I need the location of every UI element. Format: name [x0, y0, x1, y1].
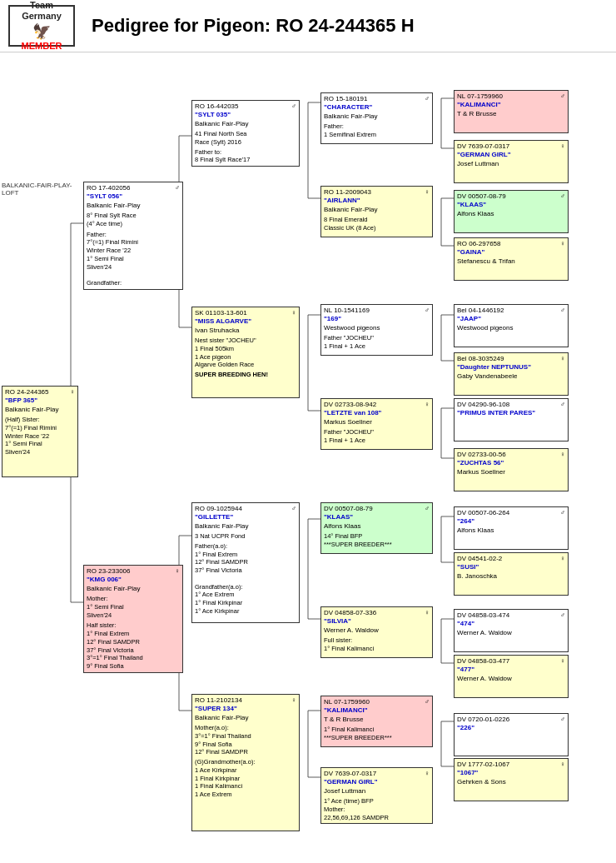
card-mfmf-loft: Werner A. Waldow — [457, 629, 565, 637]
card-fmfm-loft: Gaby Vandenabeele — [457, 372, 565, 381]
logo-line1: Team Germany — [10, 0, 73, 22]
card-mfmf-id: DV 04858-03-474 — [457, 611, 509, 620]
card-ffm-name: "AIRLANN" — [324, 197, 430, 205]
card-ffmm-id: RO 06-297658 — [457, 240, 500, 248]
card-fmmm-id: DV 02733-00-56 — [457, 451, 506, 459]
card-mfm-id: DV 04858-07-336 — [324, 609, 376, 617]
card-fmm-loft: Markus Soellner — [324, 418, 430, 427]
card-ff-id: RO 16-442035 — [195, 102, 238, 111]
card-mmff-id: DV 0720-01-0226 — [457, 716, 509, 724]
card-ffff-name: "KALIMANCI" — [457, 101, 565, 109]
card-fffm-name: "GERMAN GIRL" — [457, 151, 565, 159]
card-ffm-info: 8 Final Emerald Classic UK (8 Ace) — [324, 216, 430, 232]
card-mfm-info: Full sister: 1° Final Kalimanci — [324, 636, 430, 653]
card-mfff-loft: Alfons Klaas — [457, 526, 565, 535]
card-fm-id: SK 01103-13-601 — [195, 309, 247, 317]
card-mother-extra: Half sister: 1° Final Extrem 12° Final S… — [87, 621, 180, 671]
card-mffm-name: "SUSI" — [457, 563, 565, 571]
card-ffff-id: NL 07-1759960 — [457, 92, 503, 101]
card-ff-extra: Father to: 8 Final Sylt Race'17 — [195, 148, 296, 165]
card-fmm: DV 02733-08-942 ♀ "LETZTE van 108" Marku… — [320, 398, 433, 450]
card-fmff-name: "JAAP" — [457, 315, 565, 323]
card-mfff-id: DV 00507-06-264 — [457, 509, 509, 517]
card-mmm-name: "GERMAN GIRL" — [324, 778, 430, 786]
card-mfmm-loft: Werner A. Waldow — [457, 675, 565, 683]
card-fmff: Bel 04-1446192 ♂ "JAAP" Westwood pigeons — [454, 304, 569, 347]
header: Team Germany 🦅 MEMBER Pedigree for Pigeo… — [0, 0, 616, 52]
card-mother-loft: Balkanic Fair-Play — [87, 585, 180, 593]
card-mother-id: RO 23-233006 — [87, 567, 130, 576]
card-main-info: (Half) Sister: 7°(=1) Final Rimini Winte… — [5, 416, 75, 456]
card-ffff-loft: T & R Brusse — [457, 110, 565, 118]
card-mother-info: Mother: 1° Semi Final Sliven'24 — [87, 595, 180, 619]
card-ff: RO 16-442035 ♂ "SYLT 035" Balkanic Fair-… — [191, 100, 300, 167]
card-mf: RO 09-1025944 ♂ "GILLETTE" Balkanic Fair… — [191, 502, 300, 623]
card-fffm-id: DV 7639-07-0317 — [457, 142, 509, 151]
card-mfmf: DV 04858-03-474 ♂ "474" Werner A. Waldow — [454, 609, 569, 652]
card-mother: RO 23-233006 ♀ "KMG 006" Balkanic Fair-P… — [83, 565, 183, 673]
card-mmfm-id: DV 1777-02-1067 — [457, 761, 509, 769]
card-father-extra: Father: 7°(=1) Final Rimini Winter Race … — [87, 231, 180, 287]
card-mf-id: RO 09-1025944 — [195, 505, 242, 513]
card-mmf-id: NL 07-1759960 — [324, 698, 370, 706]
card-mmfm-loft: Gehrken & Sons — [457, 778, 565, 786]
card-mmm-id: DV 7639-07-0317 — [324, 770, 376, 778]
card-mmff: DV 0720-01-0226 ♂ "226" — [454, 713, 569, 756]
card-fm-name: "MISS ALGARVE" — [195, 317, 296, 326]
card-fmmf-id: DV 04290-96-108 — [457, 401, 509, 409]
card-mfmm: DV 04858-03-477 ♀ "477" Werner A. Waldow — [454, 655, 569, 698]
card-mm-info: Mother(a.o): 3°=1° Final Thailand 9° Fin… — [195, 724, 296, 756]
card-fmfm-id: Bel 08-3035249 — [457, 355, 504, 363]
card-mmf-info: 1° Final Kalimanci ***SUPER BREEDER*** — [324, 726, 430, 742]
card-fmff-loft: Westwood pigeons — [457, 324, 565, 332]
card-mm-name: "SUPER 134" — [195, 705, 296, 713]
card-mff-loft: Alfons Klaas — [324, 522, 430, 531]
card-ffmm-loft: Stefanescu & Trifan — [457, 257, 565, 266]
card-ffmf-id: DV 00507-08-79 — [457, 192, 506, 201]
pedigree-area: BALKANIC-FAIR-PLAY-LOFT RO 24-244365 ♀ "… — [0, 52, 616, 863]
card-fff-loft: Balkanic Fair-Play — [324, 112, 430, 121]
card-mff-id: DV 00507-08-79 — [324, 505, 373, 513]
card-mfmf-name: "474" — [457, 620, 565, 628]
card-mother-name: "KMG 006" — [87, 576, 180, 584]
card-father: RO 17-402056 ♂ "SYLT 056" Balkanic Fair-… — [83, 182, 183, 290]
card-fm-info: Nest sister "JOCHEU" 1 Final 505km 1 Ace… — [195, 337, 296, 369]
card-fmf-name: "169" — [324, 315, 430, 323]
card-main: RO 24-244365 ♀ "BFP 365" Balkanic Fair-P… — [2, 386, 78, 477]
card-ffmf: DV 00507-08-79 ♂ "KLAAS" Alfons Klaas — [454, 190, 569, 233]
card-mmfm-name: "1067" — [457, 769, 565, 777]
card-fmff-id: Bel 04-1446192 — [457, 307, 504, 315]
team-germany-logo: Team Germany 🦅 MEMBER — [8, 5, 75, 47]
card-fmmm: DV 02733-00-56 ♀ "ZUCHTAS 56" Markus Soe… — [454, 448, 569, 491]
card-mm-id: RO 11-2102134 — [195, 696, 242, 705]
logo-member: MEMBER — [22, 41, 62, 52]
card-main-name: "BFP 365" — [5, 397, 75, 405]
card-mffm: DV 04541-02-2 ♀ "SUSI" B. Janoschka — [454, 552, 569, 596]
card-mmm-loft: Josef Luttman — [324, 787, 430, 796]
card-mffm-id: DV 04541-02-2 — [457, 555, 502, 563]
card-ffm-loft: Balkanic Fair-Play — [324, 206, 430, 214]
card-ffmf-loft: Alfons Klaas — [457, 210, 565, 218]
card-fmmm-loft: Markus Soellner — [457, 468, 565, 476]
card-main-loft: Balkanic Fair-Play — [5, 406, 75, 414]
card-fmf-info: Father "JOCHEU" 1 Final + 1 Ace — [324, 334, 430, 351]
card-mffm-loft: B. Janoschka — [457, 572, 565, 581]
card-fffm-loft: Josef Luttman — [457, 160, 565, 168]
card-mf-loft: Balkanic Fair-Play — [195, 522, 296, 531]
card-mfm-name: "SILVIA" — [324, 617, 430, 626]
card-ffmf-name: "KLAAS" — [457, 201, 565, 209]
card-fff-name: "CHARACTER" — [324, 103, 430, 112]
card-ff-name: "SYLT 035" — [195, 111, 296, 119]
card-ffm-id: RO 11-2009043 — [324, 188, 371, 197]
card-fff: RO 15-180191 ♂ "CHARACTER" Balkanic Fair… — [320, 92, 433, 144]
loft-label: BALKANIC-FAIR-PLAY-LOFT — [2, 182, 77, 197]
page-title: Pedigree for Pigeon: RO 24-244365 H — [92, 15, 415, 37]
card-father-name: "SYLT 056" — [87, 192, 180, 201]
card-mfmm-id: DV 04858-03-477 — [457, 657, 509, 666]
card-ffmm-name: "GAINA" — [457, 248, 565, 257]
card-mf-extra: Father(a.o): 1° Final Extrem 12° Final S… — [195, 542, 296, 616]
card-ffff: NL 07-1759960 ♂ "KALIMANCI" T & R Brusse — [454, 90, 569, 133]
card-father-id: RO 17-402056 — [87, 184, 130, 192]
card-mff-info: 14° Final BFP ***SUPER BREEDER*** — [324, 532, 430, 549]
card-fmf-id: NL 10-1541169 — [324, 307, 370, 315]
